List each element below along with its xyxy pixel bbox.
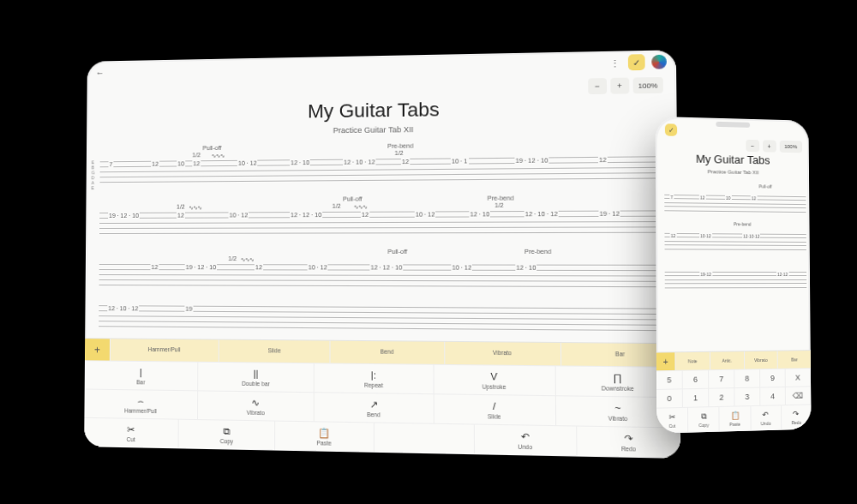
tool-upstroke[interactable]: VUpstroke: [434, 365, 556, 395]
confirm-button[interactable]: ✓: [665, 123, 677, 136]
tab-row[interactable]: 1/2 ∿∿∿ Pull-off 1/2 ∿∿∿ Pre-bend 1/2 19…: [99, 194, 671, 243]
back-icon[interactable]: ←: [96, 68, 108, 77]
tool-vibrato[interactable]: Vibrato: [445, 342, 561, 366]
zoom-out-button[interactable]: −: [588, 78, 607, 94]
num-6[interactable]: 6: [683, 370, 710, 388]
num-8[interactable]: 8: [734, 369, 760, 387]
cut-icon: ✂: [658, 412, 686, 422]
toolbox-row: ✂Cut ⧉Copy 📋Paste ↶Undo ↷Redo: [656, 405, 811, 433]
phone-device: ✓ − + 100% My Guitar Tabs Practice Guita…: [656, 117, 812, 434]
tool-slide2[interactable]: /Slide: [434, 394, 556, 425]
redo-button[interactable]: ↷Redo: [577, 427, 680, 458]
undo-button[interactable]: ↶Undo: [475, 425, 578, 456]
tablet-device: ← ⋮ ✓ − + 100% My Guitar Tabs Practice G…: [84, 50, 680, 459]
paste-icon: 📋: [278, 427, 372, 439]
undo-icon: ↶: [752, 410, 779, 419]
page-subtitle: Practice Guitar Tab XII: [656, 168, 809, 176]
cut-button[interactable]: ✂Cut: [84, 418, 179, 448]
tool-bend2[interactable]: ↗Bend: [315, 393, 434, 423]
copy-button[interactable]: ⧉Copy: [179, 420, 276, 450]
annotation-prebend: Pre-bend: [387, 142, 413, 148]
num-9[interactable]: 9: [760, 369, 786, 387]
add-button[interactable]: +: [656, 352, 676, 370]
paste-icon: 📋: [722, 411, 748, 420]
tool-bend[interactable]: Bend: [331, 341, 445, 364]
paste-button[interactable]: 📋Paste: [275, 422, 374, 452]
zoom-value[interactable]: 100%: [632, 77, 663, 93]
tool-bar[interactable]: Bar: [778, 351, 811, 369]
tab-row[interactable]: Pre-bend 12 10·12 12·10·12: [664, 221, 806, 256]
tool-note[interactable]: Note: [675, 352, 710, 370]
copy-icon: ⧉: [690, 411, 717, 421]
tab-row[interactable]: 19·12 12·12: [665, 260, 807, 295]
confirm-button[interactable]: ✓: [628, 54, 645, 70]
redo-icon: ↷: [783, 409, 810, 418]
redo-icon: ↷: [578, 432, 679, 445]
tab-row[interactable]: EBGDAE Pull-off 1/2 ∿∿∿ Pre-bend 1/2 7 1…: [99, 140, 669, 192]
tool-artic[interactable]: Artic.: [710, 351, 745, 369]
undo-button[interactable]: ↶Undo: [751, 405, 782, 429]
num-1[interactable]: 1: [683, 389, 710, 407]
tool-hammer-pull[interactable]: Hammer/Pull: [111, 339, 219, 362]
zoom-out-button[interactable]: −: [746, 140, 759, 152]
copy-button[interactable]: ⧉Copy: [688, 407, 720, 432]
tool-slide[interactable]: Slide: [219, 340, 331, 363]
backspace-button[interactable]: ⌫: [786, 387, 811, 405]
annotation-pulloff: Pull-off: [202, 145, 221, 151]
num-4[interactable]: 4: [760, 387, 786, 405]
tool-double-bar[interactable]: ||Double bar: [198, 363, 315, 392]
copy-icon: ⧉: [181, 425, 273, 437]
cut-icon: ✂: [86, 423, 177, 435]
num-2[interactable]: 2: [709, 388, 734, 406]
zoom-value[interactable]: 100%: [779, 141, 802, 153]
num-x[interactable]: X: [786, 369, 811, 387]
tool-repeat[interactable]: |:Repeat: [315, 363, 434, 393]
toolbox-panel: + Hammer/Pull Slide Bend Vibrato Bar |Ba…: [84, 338, 680, 459]
avatar[interactable]: [651, 55, 667, 69]
redo-button[interactable]: ↷Redo: [782, 405, 812, 429]
num-0[interactable]: 0: [656, 389, 683, 407]
toolbox-panel: + Note Artic. Vibrato Bar 5 6 7 8 9 X 0 …: [656, 350, 812, 434]
tool-vibrato[interactable]: Vibrato: [745, 351, 778, 369]
tool-bar-single[interactable]: |Bar: [85, 361, 199, 390]
zoom-in-button[interactable]: +: [763, 140, 776, 152]
tab-row[interactable]: 12 · 10 · 12 19: [99, 300, 672, 330]
add-button[interactable]: +: [85, 339, 111, 360]
num-3[interactable]: 3: [734, 387, 760, 405]
tool-vib[interactable]: ∿Vibrato: [198, 391, 315, 421]
undo-icon: ↶: [476, 430, 574, 443]
mic-icon[interactable]: ⋮: [610, 57, 620, 68]
string-labels: EBGDAE: [92, 159, 95, 190]
tool-hammer[interactable]: ⌢Hammer/Pull: [84, 390, 198, 420]
num-5[interactable]: 5: [656, 371, 683, 389]
num-7[interactable]: 7: [709, 370, 734, 388]
zoom-controls: − + 100%: [656, 135, 809, 153]
paste-button[interactable]: 📋Paste: [720, 406, 751, 430]
tab-row[interactable]: Pull-off 7 12 10 12: [664, 183, 806, 219]
tab-row[interactable]: 1/2 ∿∿∿ Pull-off Pre-bend 12 19 · 12 · 1…: [99, 249, 671, 297]
phone-notch: [716, 122, 750, 128]
annotation-half: 1/2: [192, 152, 201, 158]
page-title: My Guitar Tabs: [656, 152, 809, 168]
zoom-in-button[interactable]: +: [610, 78, 629, 94]
